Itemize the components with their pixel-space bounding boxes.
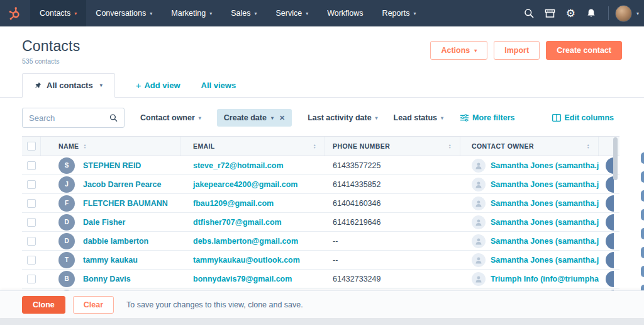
- contact-email-link[interactable]: tammykaukau@outlook.com: [193, 256, 300, 265]
- view-tabs: All contacts ▾ + Add view All views: [0, 73, 644, 98]
- table-row: D dabbie lamberton debs.lamberton@gmail.…: [22, 232, 619, 251]
- save-view-footer: Clone Clear To save your changes to this…: [0, 290, 644, 318]
- row-checkbox[interactable]: [27, 218, 36, 227]
- nav-item-sales[interactable]: Sales ▾: [221, 0, 266, 26]
- search-input[interactable]: [29, 113, 109, 123]
- plus-icon: +: [136, 80, 142, 91]
- contact-owner-link[interactable]: Samantha Jones (samantha.jon...: [491, 161, 599, 170]
- tab-all-contacts[interactable]: All contacts ▾: [22, 73, 115, 98]
- chevron-down-icon: ▾: [74, 11, 77, 16]
- sort-icon[interactable]: ▲▼: [448, 144, 452, 149]
- contact-name-link[interactable]: tammy kaukau: [83, 256, 138, 265]
- nav-item-reports[interactable]: Reports ▾: [373, 0, 426, 26]
- contact-email-link[interactable]: steve_r72@hotmail.com: [193, 161, 284, 170]
- user-avatar[interactable]: [615, 5, 632, 22]
- column-header-name[interactable]: NAME ▲▼: [41, 137, 180, 156]
- contact-name-link[interactable]: Dale Fisher: [83, 218, 125, 227]
- create-contact-button[interactable]: Create contact: [546, 41, 622, 60]
- contact-owner-link[interactable]: Samantha Jones (samantha.jon...: [491, 237, 599, 246]
- marketplace-icon[interactable]: [540, 8, 560, 18]
- edit-columns-button[interactable]: Edit columns: [552, 113, 614, 122]
- column-header-email[interactable]: EMAIL ▲▼: [180, 137, 325, 156]
- contact-name-link[interactable]: STEPHEN REID: [83, 161, 141, 170]
- row-checkbox[interactable]: [27, 199, 36, 208]
- user-menu-caret-icon[interactable]: ▾: [636, 11, 639, 16]
- column-header-owner[interactable]: CONTACT OWNER ▲▼: [460, 137, 599, 156]
- filter-last-activity-date[interactable]: Last activity date ▾: [308, 113, 377, 122]
- table-row: D Dale Fisher dtfisher707@gmail.com 6141…: [22, 213, 619, 232]
- filter-lead-status[interactable]: Lead status ▾: [394, 113, 443, 122]
- nav-item-marketing[interactable]: Marketing ▾: [162, 0, 221, 26]
- contact-email-link[interactable]: bonnydavis79@gmail.com: [193, 275, 292, 283]
- chevron-down-icon: ▾: [100, 83, 103, 88]
- contact-owner-link[interactable]: Samantha Jones (samantha.jon...: [491, 180, 599, 189]
- clear-button[interactable]: Clear: [73, 296, 114, 314]
- chevron-down-icon: ▾: [150, 11, 152, 16]
- contact-phone: 61414335852: [333, 180, 380, 189]
- contact-name-link[interactable]: Bonny Davis: [83, 275, 131, 283]
- row-checkbox[interactable]: [27, 180, 36, 189]
- owner-person-icon: [472, 253, 486, 267]
- sort-icon[interactable]: ▲▼: [313, 144, 316, 149]
- partial-avatar: [606, 214, 614, 231]
- partial-avatar: [606, 176, 614, 193]
- contact-phone: --: [333, 256, 338, 265]
- contact-name-link[interactable]: dabbie lamberton: [83, 237, 148, 246]
- contact-email-link[interactable]: debs.lamberton@gmail.com: [193, 237, 298, 246]
- filter-create-date-active[interactable]: Create date ▾ ✕: [217, 109, 292, 127]
- select-all-checkbox[interactable]: [27, 142, 36, 151]
- hubspot-logo[interactable]: [0, 0, 30, 26]
- table-header-row: NAME ▲▼ EMAIL ▲▼ PHONE NUMBER ▲▼ CONTACT…: [22, 136, 619, 156]
- contact-email-link[interactable]: jakepearce4200@gmail.com: [193, 180, 297, 189]
- chevron-down-icon: ▾: [441, 115, 443, 121]
- sort-icon[interactable]: ▲▼: [84, 144, 87, 149]
- contact-phone: 61416219646: [333, 218, 380, 227]
- row-checkbox[interactable]: [27, 275, 36, 283]
- settings-gear-icon[interactable]: ⚙: [560, 8, 581, 19]
- page-bottom-strip: [0, 318, 644, 325]
- contact-initial-avatar: D: [58, 214, 75, 231]
- contact-initial-avatar: T: [58, 252, 75, 268]
- row-checkbox[interactable]: [27, 237, 36, 246]
- contact-email-link[interactable]: dtfisher707@gmail.com: [193, 218, 282, 227]
- add-view-link[interactable]: + Add view: [136, 80, 180, 91]
- contact-initial-avatar: S: [58, 157, 75, 174]
- chevron-down-icon: ▾: [254, 11, 257, 16]
- chevron-down-icon: ▾: [306, 11, 308, 16]
- actions-button[interactable]: Actions ▾: [430, 41, 487, 60]
- contact-email-link[interactable]: fbau1209@gmail.com: [193, 199, 274, 208]
- chevron-down-icon: ▾: [375, 115, 378, 121]
- contact-phone: 61433577225: [333, 161, 380, 170]
- contact-name-link[interactable]: Jacob Darren Pearce: [83, 180, 161, 189]
- row-checkbox[interactable]: [27, 161, 36, 170]
- contact-owner-link[interactable]: Samantha Jones (samantha.jon...: [491, 256, 599, 265]
- row-checkbox[interactable]: [27, 256, 36, 265]
- filter-contact-owner[interactable]: Contact owner ▾: [140, 113, 201, 122]
- contact-owner-link[interactable]: Triumph Info (info@triumphaca...: [491, 275, 599, 283]
- nav-item-contacts[interactable]: Contacts ▾: [30, 0, 86, 26]
- notifications-bell-icon[interactable]: [581, 8, 602, 18]
- chevron-down-icon: ▾: [199, 115, 201, 121]
- nav-item-workflows[interactable]: Workflows: [318, 0, 372, 26]
- owner-person-icon: [472, 197, 486, 210]
- remove-filter-icon[interactable]: ✕: [279, 114, 285, 122]
- contact-owner-link[interactable]: Samantha Jones (samantha.jon...: [491, 199, 599, 208]
- sort-icon[interactable]: ▲▼: [587, 144, 590, 149]
- vertical-scrollbar[interactable]: [613, 137, 618, 180]
- search-icon[interactable]: [519, 8, 540, 18]
- more-filters-button[interactable]: More filters: [460, 113, 514, 122]
- nav-item-conversations[interactable]: Conversations ▾: [86, 0, 162, 26]
- clone-button[interactable]: Clone: [22, 296, 65, 314]
- header-actions: Actions ▾ Import Create contact: [430, 41, 622, 65]
- owner-person-icon: [472, 159, 486, 173]
- column-header-phone[interactable]: PHONE NUMBER ▲▼: [325, 137, 460, 156]
- import-button[interactable]: Import: [494, 41, 540, 60]
- contact-name-link[interactable]: FLETCHER BAUMANN: [83, 199, 168, 208]
- all-views-link[interactable]: All views: [201, 81, 236, 90]
- chevron-down-icon: ▾: [271, 115, 274, 121]
- contact-owner-link[interactable]: Samantha Jones (samantha.jon...: [491, 218, 599, 227]
- contact-phone: 61432733249: [333, 275, 380, 283]
- nav-item-service[interactable]: Service ▾: [266, 0, 318, 26]
- search-box[interactable]: [22, 108, 125, 128]
- edge-partial-avatar: [641, 171, 644, 183]
